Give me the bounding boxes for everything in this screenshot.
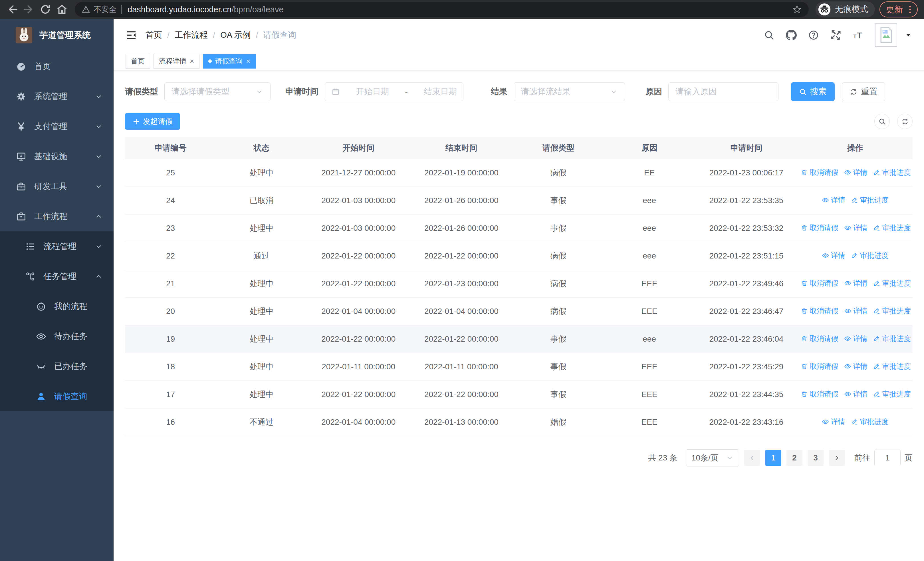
sidebar-item-system-management[interactable]: 系统管理 xyxy=(0,81,114,111)
cancel-action-link[interactable]: 取消请假 xyxy=(801,278,838,288)
main-area: 首页 / 工作流程 / OA 示例 / 请假查询 TT 首页 流程详情× 请假查 xyxy=(114,19,924,561)
broken-image-icon xyxy=(877,25,896,45)
sidebar-item-leave-query[interactable]: 请假查询 xyxy=(0,381,114,411)
sidebar-item-home[interactable]: 首页 xyxy=(0,51,114,81)
progress-action-link[interactable]: 审批进度 xyxy=(873,223,911,233)
eye-icon xyxy=(844,224,851,232)
range-separator: - xyxy=(405,87,408,96)
show-search-button[interactable] xyxy=(874,114,890,129)
avatar[interactable] xyxy=(875,23,897,47)
browser-update-button[interactable]: 更新 xyxy=(879,2,918,17)
bookmark-star-icon[interactable] xyxy=(792,5,802,14)
sidebar-item-done-tasks[interactable]: 已办任务 xyxy=(0,351,114,381)
browser-reload-icon[interactable] xyxy=(39,3,51,15)
cell-start-time: 2022-01-22 00:00:00 xyxy=(307,381,410,408)
progress-action-link[interactable]: 审批进度 xyxy=(873,278,911,288)
sidebar-item-todo-tasks[interactable]: 待办任务 xyxy=(0,321,114,351)
close-icon[interactable]: × xyxy=(190,57,194,65)
cell-start-time: 2022-01-03 00:00:00 xyxy=(307,186,410,214)
cancel-action-link[interactable]: 取消请假 xyxy=(801,306,838,316)
avatar-caret-down-icon[interactable] xyxy=(904,32,912,39)
progress-action-link[interactable]: 审批进度 xyxy=(873,390,911,399)
detail-action-link[interactable]: 详情 xyxy=(844,334,867,343)
sidebar-item-dev-tools[interactable]: 研发工具 xyxy=(0,171,114,202)
detail-action-link[interactable]: 详情 xyxy=(822,417,845,426)
progress-action-link[interactable]: 审批进度 xyxy=(873,168,911,177)
prev-page-button[interactable] xyxy=(744,450,760,466)
sidebar-item-infrastructure[interactable]: 基础设施 xyxy=(0,141,114,171)
sidebar-menu: 首页系统管理支付管理基础设施研发工具工作流程流程管理任务管理我的流程待办任务已办… xyxy=(0,51,114,411)
cell-start-time: 2022-01-04 00:00:00 xyxy=(307,297,410,325)
detail-action-link[interactable]: 详情 xyxy=(844,306,867,316)
tab-process-detail[interactable]: 流程详情× xyxy=(153,54,200,69)
leave-type-select[interactable]: 请选择请假类型 xyxy=(164,82,270,101)
leave-type-placeholder: 请选择请假类型 xyxy=(171,86,230,98)
progress-action-link[interactable]: 审批进度 xyxy=(873,306,911,316)
progress-action-link[interactable]: 审批进度 xyxy=(851,417,889,426)
browser-home-icon[interactable] xyxy=(56,3,68,15)
page-button-2[interactable]: 2 xyxy=(786,450,802,466)
reason-input[interactable]: 请输入原因 xyxy=(668,82,778,101)
font-size-icon[interactable]: TT xyxy=(853,30,864,41)
sidebar-item-task-management[interactable]: 任务管理 xyxy=(0,261,114,291)
detail-action-link[interactable]: 详情 xyxy=(822,251,845,260)
sidebar-item-process-management[interactable]: 流程管理 xyxy=(0,232,114,261)
page-size-select[interactable]: 10条/页 xyxy=(686,449,739,466)
progress-action-link[interactable]: 审批进度 xyxy=(851,196,889,205)
cancel-action-link[interactable]: 取消请假 xyxy=(801,168,838,177)
page-button-1[interactable]: 1 xyxy=(765,450,782,466)
next-page-button[interactable] xyxy=(829,450,844,466)
browser-forward-icon[interactable] xyxy=(23,3,35,15)
detail-action-link[interactable]: 详情 xyxy=(844,168,867,177)
sidebar-item-my-process[interactable]: 我的流程 xyxy=(0,291,114,321)
result-select[interactable]: 请选择流结果 xyxy=(514,82,625,101)
create-leave-button[interactable]: 发起请假 xyxy=(125,113,180,130)
detail-action-link[interactable]: 详情 xyxy=(844,362,867,371)
cancel-action-link[interactable]: 取消请假 xyxy=(801,334,838,343)
progress-action-link[interactable]: 审批进度 xyxy=(851,251,889,260)
goto-page-input[interactable] xyxy=(874,450,901,466)
cancel-action-link[interactable]: 取消请假 xyxy=(801,390,838,399)
close-icon[interactable]: × xyxy=(246,57,250,65)
breadcrumb-workflow[interactable]: 工作流程 xyxy=(175,29,208,41)
cell-apply-id: 25 xyxy=(125,159,216,186)
toolbox-icon xyxy=(16,181,26,192)
sidebar-item-workflow[interactable]: 工作流程 xyxy=(0,202,114,232)
sidebar-item-payment-management[interactable]: 支付管理 xyxy=(0,111,114,141)
help-icon[interactable] xyxy=(808,30,819,41)
cancel-action-link[interactable]: 取消请假 xyxy=(801,223,838,233)
detail-action-link[interactable]: 详情 xyxy=(844,278,867,288)
address-bar[interactable]: 不安全 dashboard.yudao.iocoder.cn/bpm/oa/le… xyxy=(75,2,809,17)
detail-action-link[interactable]: 详情 xyxy=(822,196,845,205)
apply-time-range-picker[interactable]: 开始日期 - 结束日期 xyxy=(325,82,464,101)
table-header-row: 申请编号 状态 开始时间 结束时间 请假类型 原因 申请时间 操作 xyxy=(125,137,913,159)
progress-action-link[interactable]: 审批进度 xyxy=(873,334,911,343)
browser-menu-dots-icon[interactable] xyxy=(909,5,912,14)
table-row: 23处理中2022-01-03 00:00:002022-01-26 00:00… xyxy=(125,214,913,242)
tab-home[interactable]: 首页 xyxy=(126,54,150,69)
breadcrumb-home[interactable]: 首页 xyxy=(146,29,162,41)
search-icon[interactable] xyxy=(764,30,774,41)
progress-action-link[interactable]: 审批进度 xyxy=(873,362,911,371)
table-row: 25处理中2021-12-27 00:00:002022-01-19 00:00… xyxy=(125,159,913,186)
pencil-icon xyxy=(851,197,858,204)
detail-action-link[interactable]: 详情 xyxy=(844,390,867,399)
breadcrumb-oa-example[interactable]: OA 示例 xyxy=(220,29,250,41)
svg-text:T: T xyxy=(853,33,856,39)
browser-back-icon[interactable] xyxy=(6,3,18,15)
search-button[interactable]: 搜索 xyxy=(791,82,835,101)
page-button-3[interactable]: 3 xyxy=(808,450,824,466)
url-text: dashboard.yudao.iocoder.cn/bpm/oa/leave xyxy=(128,5,284,14)
refresh-table-button[interactable] xyxy=(897,114,913,129)
detail-action-link[interactable]: 详情 xyxy=(844,223,867,233)
tab-leave-query[interactable]: 请假查询× xyxy=(203,54,256,69)
cell-leave-type: 婚假 xyxy=(513,408,604,436)
cancel-action-link[interactable]: 取消请假 xyxy=(801,362,838,371)
filter-form: 请假类型 请选择请假类型 申请时间 开始日期 - 结束日期 结果 请选择流结果 xyxy=(125,82,913,101)
eye-icon xyxy=(844,335,851,342)
cell-actions: 取消请假详情审批进度 xyxy=(798,381,913,408)
fullscreen-icon[interactable] xyxy=(830,30,841,41)
reset-button[interactable]: 重置 xyxy=(842,82,885,101)
github-icon[interactable] xyxy=(786,30,797,41)
sidebar-collapse-icon[interactable] xyxy=(126,29,137,41)
